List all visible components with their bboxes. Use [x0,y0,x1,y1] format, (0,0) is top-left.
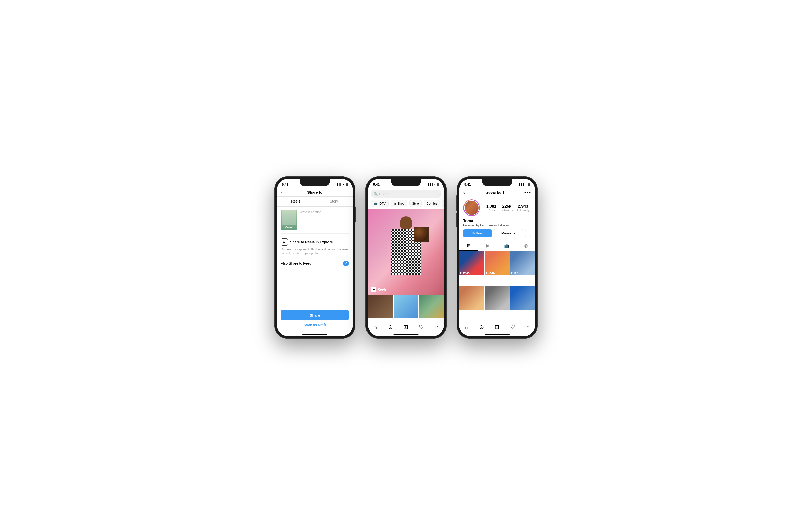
tab-tagged[interactable]: ◎ [516,241,535,251]
phone-3-screen: 9:41 ▐▐▐ ▲ ▓ ‹ trevorbell ••• [459,179,535,336]
tab-reels[interactable]: Reels [277,197,315,206]
side-button [355,207,356,222]
profile-back-button[interactable]: ‹ [463,190,465,195]
tab-reels-profile[interactable]: ▶ [478,241,497,251]
person-silhouette [386,213,426,294]
grid-item-6[interactable] [510,287,535,310]
share-reels-title: Share to Reels in Explore [290,240,333,244]
nav-profile-3[interactable]: ○ [526,324,530,330]
category-igtv[interactable]: 📺 IGTV [371,200,388,207]
explore-screen: 🔍 Search 📺 IGTV 🛍 Shop Style [368,188,444,336]
side-button-3 [538,207,539,222]
follow-button[interactable]: Follow [463,229,492,237]
profile-tabs: ⊞ ▶ 📺 ◎ [459,241,535,251]
count-3: 45K [514,271,518,274]
avatar-image [464,200,479,215]
grid-thumb-2[interactable] [394,295,419,318]
vol-up-button-3 [456,202,457,211]
nav-add-2[interactable]: ⊞ [403,324,408,330]
nav-profile-2[interactable]: ○ [435,324,438,330]
nav-home-2[interactable]: ⌂ [374,324,377,330]
share-actions: Share Save as Draft [277,310,353,332]
share-reels-section: ▶ Share to Reels in Explore Your reel ma… [281,234,349,255]
chevron-down-button[interactable]: ˅ [525,229,531,237]
nav-add-3[interactable]: ⊞ [495,324,499,330]
grid-item-3[interactable]: ▶ 45K [510,251,535,275]
nav-search-3[interactable]: ⊙ [479,324,484,330]
signal-icon-3: ▐▐▐ [518,183,524,186]
category-tv[interactable]: TV & Movie [442,200,444,207]
count-2: 37.3K [488,271,495,274]
tab-story[interactable]: Story [315,197,353,206]
also-share-checkbox[interactable]: ✓ [343,261,349,266]
profile-screen: ‹ trevorbell ••• 1,081 Posts 226k [459,188,535,336]
grid-item-4[interactable] [459,287,484,310]
nav-bar-2: ⌂ ⊙ ⊞ ♡ ○ [368,321,444,332]
category-style[interactable]: Style [409,200,422,207]
category-shop[interactable]: 🛍 Shop [390,200,407,207]
status-icons-1: ▐▐▐ ▲ ▓ [336,183,348,186]
grid-stats-2: ▶ 37.3K [486,271,495,274]
basketball [414,226,429,242]
tab-grid[interactable]: ⊞ [459,241,478,251]
signal-icon-2: ▐▐▐ [427,183,433,186]
vol-up-button [273,202,274,211]
wifi-icon-3: ▲ [525,183,527,186]
profile-more-button[interactable]: ••• [524,190,531,195]
hero-reel[interactable]: ▶ Reels [368,209,444,295]
caption-input[interactable]: Write a caption... [300,210,349,214]
reel-play-icon: ▶ [373,288,375,291]
home-indicator-1 [302,333,327,334]
save-draft-button[interactable]: Save as Draft [281,320,349,329]
profile-header: ‹ trevorbell ••• [459,188,535,197]
battery-icon-3: ▓ [528,183,530,186]
play-icon-2: ▶ [486,271,488,274]
mute-button-3 [456,195,457,202]
category-comics[interactable]: Comics [424,200,440,207]
share-tabs: Reels Story [277,197,353,207]
grid-thumb-3[interactable] [419,295,444,318]
grid-item-1[interactable]: ▶ 30.2K [459,251,484,275]
profile-followed-by: Followed by kenzoere and eloears [459,223,535,229]
nav-search-2[interactable]: ⊙ [388,324,393,330]
time-2: 9:41 [373,183,380,186]
profile-actions: Follow Message ˅ [459,229,535,241]
phone-1: 9:41 ▐▐▐ ▲ ▓ ‹ Share to Reels Story [274,177,355,338]
tab-igtv-profile[interactable]: 📺 [497,241,516,251]
battery-icon: ▓ [346,183,348,186]
search-input-wrap[interactable]: 🔍 Search [371,190,441,198]
nav-heart-3[interactable]: ♡ [510,324,515,330]
share-reels-desc: Your reel may appear in Explore and can … [281,248,349,255]
play-icon-1: ▶ [460,271,462,274]
signal-icon: ▐▐▐ [336,183,341,186]
phone-2-screen: 9:41 ▐▐▐ ▲ ▓ 🔍 Search 📺 IG [368,179,444,336]
vol-down-button [273,213,274,227]
profile-stats: 1,081 Posts 226k Followers 2,943 Followi… [484,204,531,212]
status-icons-2: ▐▐▐ ▲ ▓ [427,183,439,186]
phone-2: 9:41 ▐▐▐ ▲ ▓ 🔍 Search 📺 IG [366,177,446,338]
share-to-reels: ▶ Share to Reels in Explore [281,236,349,248]
notch-2 [391,179,421,186]
home-indicator-3 [485,333,510,334]
stat-following: 2,943 Following [517,204,529,212]
thumb-row-2 [282,215,296,220]
grid-stats-1: ▶ 30.2K [460,271,470,274]
cover-thumbnail: Cover [281,210,297,230]
grid-thumb-1[interactable] [368,295,393,318]
nav-home-3[interactable]: ⌂ [465,324,468,330]
followers-count: 226k [501,204,513,209]
thumb-row-3 [282,220,296,225]
reels-icon: ▶ [281,239,288,246]
profile-username: trevorbell [485,190,504,195]
back-button[interactable]: ‹ [281,190,282,195]
profile-info: 1,081 Posts 226k Followers 2,943 Followi… [459,197,535,219]
nav-heart-2[interactable]: ♡ [419,324,424,330]
stat-followers: 226k Followers [501,204,513,212]
thumb-row-1 [282,210,296,215]
vol-down-button-2 [365,213,366,227]
notch-3 [482,179,512,186]
share-button[interactable]: Share [281,310,349,320]
message-button[interactable]: Message [494,229,523,238]
grid-item-2[interactable]: ▶ 37.3K [485,251,510,275]
grid-item-5[interactable] [485,287,510,310]
